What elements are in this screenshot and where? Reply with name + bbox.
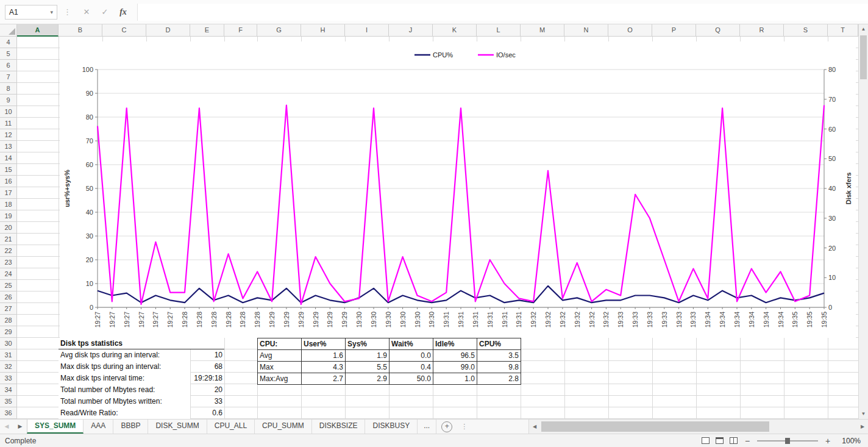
row-header-20[interactable]: 20: [0, 222, 16, 234]
zoom-slider-thumb[interactable]: [785, 438, 790, 444]
vertical-scroll-thumb[interactable]: [860, 35, 867, 79]
disk-stats-label[interactable]: Avg disk tps during an interval:: [59, 349, 190, 361]
cpu-table-value[interactable]: 0.0: [390, 350, 433, 362]
scroll-up-icon[interactable]: ▲: [859, 24, 868, 34]
cpu-table-value[interactable]: 0.4: [390, 362, 433, 373]
column-header-M[interactable]: M: [521, 24, 564, 37]
cpu-table-value[interactable]: 3.5: [477, 350, 521, 362]
more-sheets-button[interactable]: ...: [418, 420, 436, 434]
disk-stats-label[interactable]: Read/Write Ratio:: [59, 407, 190, 419]
row-header-8[interactable]: 8: [0, 83, 16, 95]
cpu-table-value[interactable]: 99.0: [433, 362, 477, 373]
sheet-nav-right-icon[interactable]: ▶: [13, 420, 27, 434]
column-header-N[interactable]: N: [564, 24, 608, 37]
disk-stats-label[interactable]: Total number of Mbytes read:: [59, 384, 190, 396]
disk-stats-label[interactable]: Total number of Mbytes written:: [59, 396, 190, 407]
sheet-tab-bbbp[interactable]: BBBP: [113, 420, 148, 434]
row-header-21[interactable]: 21: [0, 234, 16, 245]
horizontal-scroll-thumb[interactable]: [541, 421, 769, 432]
cpu-table-header[interactable]: User%: [302, 338, 346, 350]
column-header-H[interactable]: H: [301, 24, 345, 37]
add-sheet-button[interactable]: +: [441, 421, 452, 432]
row-header-5[interactable]: 5: [0, 48, 16, 60]
sheet-tab-diskbsize[interactable]: DISKBSIZE: [312, 420, 366, 434]
column-header-G[interactable]: G: [257, 24, 301, 37]
tabbar-resize-handle[interactable]: ⋮: [461, 420, 468, 434]
disk-stats-value[interactable]: 20: [190, 384, 224, 396]
grid-area[interactable]: 0102030405060708090100010203040506070801…: [17, 37, 858, 419]
disk-stats-label[interactable]: Max disk tps during an interval:: [59, 361, 190, 373]
disk-stats-label[interactable]: Max disk tps interval time:: [59, 373, 190, 384]
scroll-down-icon[interactable]: ▼: [859, 409, 868, 419]
name-box[interactable]: A1 ▾: [5, 5, 57, 20]
cpu-table-value[interactable]: 1.6: [302, 350, 346, 362]
insert-function-icon[interactable]: fx: [114, 7, 132, 17]
sheet-nav-left-icon[interactable]: ◀: [0, 420, 13, 434]
cpu-table-header[interactable]: Sys%: [346, 338, 390, 350]
row-header-11[interactable]: 11: [0, 118, 16, 129]
enter-icon[interactable]: ✓: [96, 7, 114, 16]
row-header-33[interactable]: 33: [0, 373, 16, 384]
row-header-19[interactable]: 19: [0, 210, 16, 222]
horizontal-scroll-track[interactable]: [540, 420, 857, 434]
disk-stats-value[interactable]: 10: [190, 349, 224, 361]
row-header-17[interactable]: 17: [0, 187, 16, 199]
row-header-4[interactable]: 4: [0, 37, 16, 48]
zoom-out-button[interactable]: −: [744, 437, 751, 445]
row-header-18[interactable]: 18: [0, 199, 16, 210]
sheet-tab-sys_summ[interactable]: SYS_SUMM: [27, 420, 84, 434]
cpu-table-row-label[interactable]: Max: [258, 362, 302, 373]
disk-stats-value[interactable]: 68: [190, 361, 224, 373]
sheet-tab-diskbusy[interactable]: DISKBUSY: [365, 420, 418, 434]
normal-view-icon[interactable]: [702, 437, 710, 444]
page-layout-view-icon[interactable]: [716, 437, 724, 444]
row-header-26[interactable]: 26: [0, 291, 16, 303]
row-header-35[interactable]: 35: [0, 396, 16, 407]
scroll-left-icon[interactable]: ◀: [529, 424, 540, 429]
row-header-14[interactable]: 14: [0, 152, 16, 164]
column-header-E[interactable]: E: [190, 24, 224, 37]
row-header-12[interactable]: 12: [0, 129, 16, 141]
row-header-24[interactable]: 24: [0, 268, 16, 280]
column-header-D[interactable]: D: [146, 24, 190, 37]
row-header-31[interactable]: 31: [0, 349, 16, 361]
cpu-table-row-label[interactable]: Avg: [258, 350, 302, 362]
row-header-30[interactable]: 30: [0, 338, 16, 349]
disk-stats-value[interactable]: 0.6: [190, 407, 224, 419]
cancel-icon[interactable]: ✕: [77, 7, 96, 16]
sheet-tab-aaa[interactable]: AAA: [84, 420, 113, 434]
column-header-T[interactable]: T: [828, 24, 858, 37]
cpu-table-value[interactable]: 2.7: [302, 373, 346, 385]
row-header-13[interactable]: 13: [0, 141, 16, 152]
column-header-B[interactable]: B: [59, 24, 102, 37]
row-header-25[interactable]: 25: [0, 280, 16, 291]
column-header-R[interactable]: R: [740, 24, 784, 37]
row-header-27[interactable]: 27: [0, 303, 16, 315]
cpu-table-header[interactable]: Idle%: [433, 338, 477, 350]
row-header-16[interactable]: 16: [0, 176, 16, 187]
column-header-C[interactable]: C: [102, 24, 146, 37]
column-header-F[interactable]: F: [224, 24, 257, 37]
row-header-23[interactable]: 23: [0, 257, 16, 268]
column-header-L[interactable]: L: [477, 24, 521, 37]
cpu-table-value[interactable]: 1.9: [346, 350, 390, 362]
row-header-28[interactable]: 28: [0, 315, 16, 326]
disk-stats-title[interactable]: Disk tps statistics: [59, 338, 224, 349]
row-header-10[interactable]: 10: [0, 106, 16, 118]
cpu-table-value[interactable]: 5.5: [346, 362, 390, 373]
page-break-view-icon[interactable]: [730, 437, 738, 444]
sheet-tab-disk_summ[interactable]: DISK_SUMM: [148, 420, 207, 434]
cpu-table-value[interactable]: 2.8: [477, 373, 521, 385]
row-header-9[interactable]: 9: [0, 95, 16, 106]
column-header-S[interactable]: S: [784, 24, 828, 37]
zoom-in-button[interactable]: +: [824, 437, 831, 445]
horizontal-scrollbar[interactable]: ◀ ▶: [528, 420, 868, 434]
select-all-button[interactable]: [0, 24, 17, 37]
cpu-table-header[interactable]: CPU:: [258, 338, 302, 350]
row-header-15[interactable]: 15: [0, 164, 16, 176]
row-header-22[interactable]: 22: [0, 245, 16, 257]
scroll-right-icon[interactable]: ▶: [857, 424, 868, 429]
formula-input[interactable]: [137, 4, 868, 21]
zoom-percentage[interactable]: 100%: [838, 437, 861, 445]
sheet-tab-cpu_summ[interactable]: CPU_SUMM: [255, 420, 312, 434]
